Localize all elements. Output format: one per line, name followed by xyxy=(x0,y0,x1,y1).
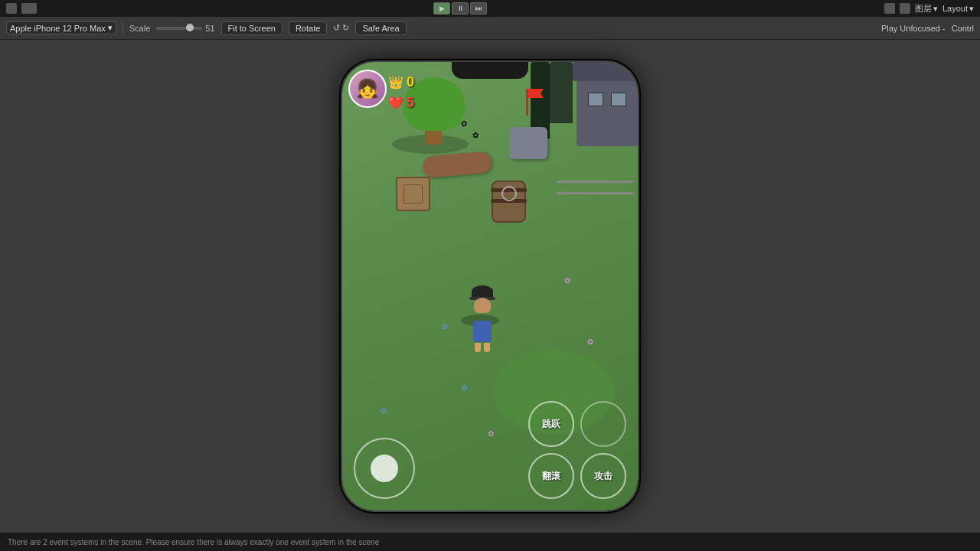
character-leg-right xyxy=(484,343,490,352)
scale-slider[interactable] xyxy=(156,27,202,30)
barrel-circle xyxy=(501,186,517,201)
game-screen: FPS: 214 xyxy=(342,62,638,510)
building-roof xyxy=(573,62,638,81)
heart-icon: ❤️ xyxy=(388,96,403,110)
toolbar: Apple iPhone 12 Pro Max ▾ Scale 51 Fit t… xyxy=(0,17,980,40)
avatar-icon: 👧 xyxy=(356,78,379,99)
status-bar: There are 2 event systems in the scene. … xyxy=(0,533,980,551)
play-unfocused-label: Play Unfocused - xyxy=(881,24,946,33)
joystick[interactable] xyxy=(354,438,415,499)
score-row: 👑 0 xyxy=(388,74,414,90)
rock-object xyxy=(509,127,547,159)
undo-icon[interactable] xyxy=(884,3,895,14)
search-icon[interactable] xyxy=(900,3,910,14)
attack-button[interactable]: 攻击 xyxy=(580,453,626,499)
hud: 👧 👑 0 ❤️ 5 xyxy=(348,70,414,111)
roll-button[interactable]: 翻滚 xyxy=(528,453,574,499)
flag-object xyxy=(526,89,528,116)
character-body xyxy=(473,321,492,342)
flower-5: ✿ xyxy=(564,276,570,285)
flower-2: ✿ xyxy=(472,131,479,139)
rotate-button[interactable]: Rotate xyxy=(289,21,327,35)
cloud-icon xyxy=(21,3,37,14)
flower-4: ✿ xyxy=(442,322,448,331)
building-window-1 xyxy=(588,93,603,106)
action-buttons: 跳跃 翻滚 攻击 xyxy=(528,401,626,499)
play-controls: ▶ ⏸ ⏭ xyxy=(433,2,487,15)
right-controls: 图层 ▾ Layout ▾ xyxy=(884,3,974,15)
pause-button[interactable]: ⏸ xyxy=(452,2,469,15)
joystick-thumb xyxy=(371,455,398,482)
hp-row: ❤️ 5 xyxy=(388,95,414,111)
flag-pole xyxy=(526,89,528,116)
scale-value: 51 xyxy=(205,24,214,33)
jump-button[interactable]: 跳跃 xyxy=(528,401,574,447)
flower-6: ✿ xyxy=(587,337,593,346)
character-leg-left xyxy=(475,343,481,352)
contrl-label: Contrl xyxy=(952,24,974,33)
viewport-container: FPS: 214 xyxy=(0,40,980,533)
top-bar: ▶ ⏸ ⏭ 图层 ▾ Layout ▾ xyxy=(0,0,980,17)
safe-area-button[interactable]: Safe Area xyxy=(355,21,406,35)
barrel-object xyxy=(492,181,526,223)
building-window-2 xyxy=(611,93,626,106)
device-selector[interactable]: Apple iPhone 12 Pro Max ▾ xyxy=(6,21,116,34)
fence-rail-1 xyxy=(557,181,633,183)
character-legs xyxy=(469,343,495,352)
character-head xyxy=(474,298,491,313)
scale-label: Scale xyxy=(129,24,151,33)
building-object xyxy=(577,77,638,146)
fence-object xyxy=(557,173,633,211)
character xyxy=(469,284,495,318)
toolbar-right: Play Unfocused - Contrl xyxy=(881,24,974,33)
score-value: 0 xyxy=(407,74,414,90)
separator-1 xyxy=(122,22,123,34)
dark-tree-1 xyxy=(550,62,573,123)
layers-dropdown[interactable]: 图层 ▾ xyxy=(915,3,938,15)
step-button[interactable]: ⏭ xyxy=(470,2,487,15)
character-hat xyxy=(472,285,493,298)
status-message: There are 2 event systems in the scene. … xyxy=(8,538,379,546)
crate-object xyxy=(396,177,430,211)
scale-thumb[interactable] xyxy=(186,24,194,31)
fence-rail-2 xyxy=(557,192,633,194)
hp-value: 5 xyxy=(407,95,414,111)
player-avatar: 👧 xyxy=(348,70,387,108)
phone-frame: FPS: 214 xyxy=(341,60,639,512)
play-button[interactable]: ▶ xyxy=(433,2,450,15)
scale-slider-container: 51 xyxy=(156,24,214,33)
flower-7: ✿ xyxy=(461,383,467,392)
phone-notch xyxy=(452,62,528,79)
flower-1: ✿ xyxy=(461,119,467,128)
game-controls: 跳跃 翻滚 攻击 xyxy=(342,401,638,499)
empty-button-top[interactable] xyxy=(580,401,626,447)
rotate-icons: ↺ ↻ xyxy=(333,23,349,33)
layout-dropdown[interactable]: Layout ▾ xyxy=(942,4,974,14)
fit-to-screen-button[interactable]: Fit to Screen xyxy=(221,21,283,35)
app-icon xyxy=(6,3,17,14)
coin-icon: 👑 xyxy=(388,75,403,90)
